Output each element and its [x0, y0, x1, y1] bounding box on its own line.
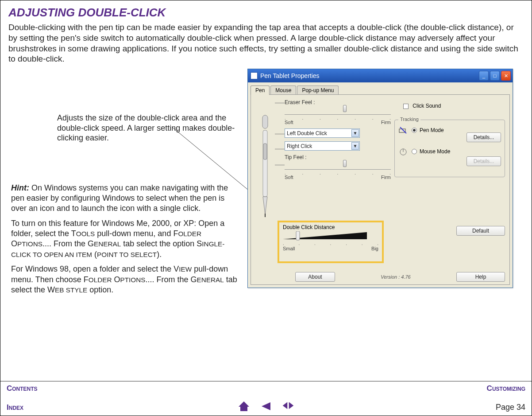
- eraser-feel-label: Eraser Feel :: [285, 99, 315, 105]
- page-number: Page 34: [496, 403, 525, 412]
- titlebar[interactable]: Pen Tablet Properties _ □ ✕: [248, 69, 513, 82]
- eraser-feel-slider[interactable]: [285, 107, 391, 115]
- hint-paragraph-2: To turn on this feature for Windows Me, …: [11, 218, 239, 260]
- pen-mode-radio[interactable]: [412, 128, 417, 133]
- firm-label: Firm: [381, 120, 391, 125]
- tab-mouse[interactable]: Mouse: [270, 86, 296, 95]
- mouse-mode-radio[interactable]: [412, 149, 417, 154]
- page-title: ADJUSTING DOUBLE-CLICK: [0, 0, 532, 22]
- page-footer: Contents Customizing Index Page 34: [0, 381, 532, 416]
- pen-illustration: [259, 113, 271, 219]
- double-click-distance-group: Double Click Distance ....... SmallBig: [278, 221, 384, 263]
- hint-paragraph-1: Hint: On Windows systems you can make na…: [11, 183, 239, 214]
- close-button[interactable]: ✕: [501, 71, 511, 81]
- prev-next-icon[interactable]: [282, 400, 294, 412]
- svg-rect-7: [296, 231, 300, 240]
- svg-marker-12: [239, 401, 249, 411]
- click-sound-label: Click Sound: [412, 103, 441, 109]
- default-button[interactable]: Default: [456, 226, 505, 236]
- tab-body: Eraser Feel : ....... SoftFirm Left Doub…: [251, 94, 510, 285]
- svg-rect-2: [263, 130, 267, 197]
- hint-paragraph-3: For Windows 98, open a folder and select…: [11, 264, 239, 295]
- tab-pen[interactable]: Pen: [251, 86, 270, 95]
- svg-rect-5: [265, 214, 266, 217]
- callout-text: Adjusts the size of the double-click are…: [57, 113, 239, 143]
- about-button[interactable]: About: [295, 272, 335, 282]
- svg-marker-14: [283, 402, 288, 409]
- svg-rect-3: [263, 144, 267, 159]
- tip-feel-label: Tip Feel :: [285, 154, 307, 160]
- body-paragraph: Double-clicking with the pen tip can be …: [0, 22, 532, 69]
- app-icon: [251, 72, 258, 79]
- index-link[interactable]: Index: [7, 403, 23, 412]
- mouse-mode-icon: [398, 148, 408, 156]
- mouse-mode-label: Mouse Mode: [420, 148, 450, 155]
- svg-marker-13: [262, 402, 270, 410]
- soft-label: Soft: [285, 175, 293, 180]
- tracking-legend: Tracking: [398, 117, 420, 122]
- maximize-button[interactable]: □: [490, 71, 500, 81]
- click-sound-row[interactable]: Click Sound: [394, 103, 505, 109]
- tracking-fieldset: Tracking Pen Mode Details...: [394, 120, 505, 177]
- home-icon[interactable]: [238, 400, 250, 412]
- chevron-down-icon: ▼: [351, 142, 359, 150]
- window-title: Pen Tablet Properties: [260, 72, 320, 79]
- contents-link[interactable]: Contents: [7, 384, 38, 393]
- svg-marker-15: [289, 402, 294, 409]
- svg-marker-6: [283, 232, 367, 239]
- dcd-label: Double Click Distance: [283, 224, 378, 230]
- chevron-down-icon: ▼: [351, 129, 359, 137]
- dcd-slider[interactable]: [283, 231, 367, 241]
- svg-marker-4: [263, 197, 267, 214]
- upper-switch-combo[interactable]: Left Double Click ▼: [285, 128, 360, 138]
- dialog-window: Pen Tablet Properties _ □ ✕ Pen Mouse Po…: [247, 69, 513, 288]
- click-sound-checkbox[interactable]: [403, 104, 409, 109]
- svg-rect-1: [262, 115, 268, 128]
- lower-switch-combo[interactable]: Right Click ▼: [285, 141, 360, 151]
- soft-label: Soft: [285, 120, 293, 125]
- customizing-link[interactable]: Customizing: [487, 384, 525, 393]
- firm-label: Firm: [381, 175, 391, 180]
- tab-popup-menu[interactable]: Pop-up Menu: [297, 86, 339, 95]
- pen-mode-details-button[interactable]: Details...: [466, 132, 501, 142]
- mouse-mode-details-button: Details...: [466, 156, 501, 166]
- help-button[interactable]: Help: [456, 272, 505, 282]
- hint-label: Hint:: [11, 183, 29, 192]
- big-label: Big: [371, 246, 378, 251]
- minimize-button[interactable]: _: [479, 71, 489, 81]
- version-label: Version : 4.76: [335, 274, 456, 280]
- pen-mode-icon: [398, 126, 408, 134]
- back-icon[interactable]: [260, 400, 272, 412]
- small-label: Small: [283, 246, 295, 251]
- tip-feel-slider[interactable]: [285, 162, 391, 170]
- pen-mode-label: Pen Mode: [420, 127, 444, 133]
